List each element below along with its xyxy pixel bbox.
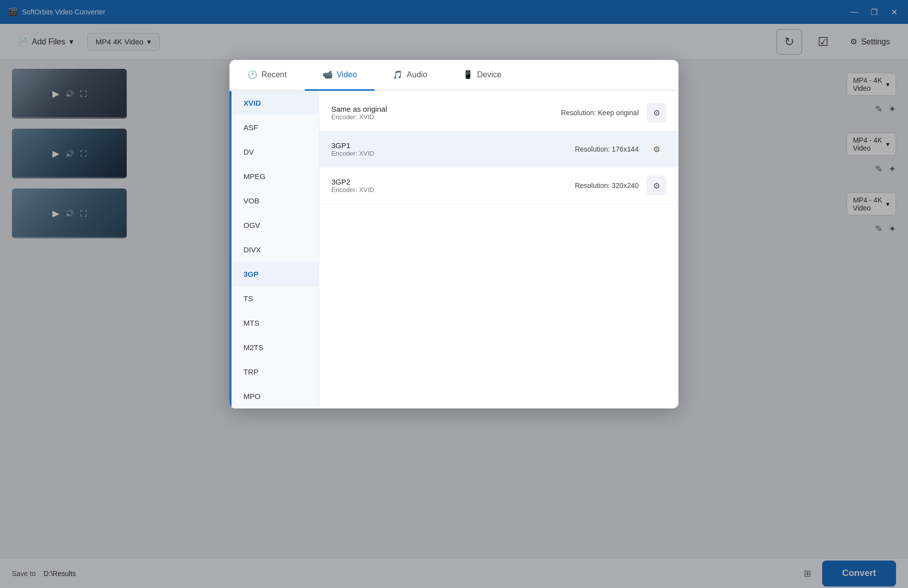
- preset-settings-button[interactable]: ⚙: [647, 103, 667, 123]
- sidebar-item-3gp[interactable]: 3GP: [229, 262, 319, 286]
- format-modal: 🕐 Recent 📹 Video 🎵 Audio 📱 Device XVID: [229, 60, 679, 408]
- sidebar-item-ts[interactable]: TS: [229, 286, 319, 311]
- preset-encoder: Encoder: XVID: [331, 150, 575, 157]
- scroll-indicator: [229, 91, 231, 408]
- preset-resolution: Resolution: 176x144: [575, 145, 639, 153]
- modal-overlay[interactable]: 🕐 Recent 📹 Video 🎵 Audio 📱 Device XVID: [0, 0, 908, 588]
- tab-audio[interactable]: 🎵 Audio: [375, 60, 445, 91]
- preset-settings-button[interactable]: ⚙: [647, 176, 667, 196]
- preset-info: 3GP2 Encoder: XVID: [331, 178, 575, 194]
- sidebar-item-mpo[interactable]: MPO: [229, 384, 319, 408]
- sidebar-item-trp[interactable]: TRP: [229, 360, 319, 384]
- recent-icon: 🕐: [247, 70, 257, 79]
- preset-info: Same as original Encoder: XVID: [331, 105, 561, 121]
- preset-name: 3GP2: [331, 178, 575, 186]
- preset-3gp1[interactable]: 3GP1 Encoder: XVID Resolution: 176x144 ⚙: [319, 131, 679, 168]
- sidebar-item-ogv[interactable]: OGV: [229, 213, 319, 237]
- preset-name: Same as original: [331, 105, 561, 113]
- sidebar-item-asf[interactable]: ASF: [229, 115, 319, 140]
- tab-audio-label: Audio: [407, 70, 427, 79]
- sidebar-item-xvid[interactable]: XVID: [229, 91, 319, 115]
- sidebar-item-mts[interactable]: MTS: [229, 311, 319, 335]
- preset-resolution: Resolution: Keep original: [561, 109, 639, 117]
- preset-info: 3GP1 Encoder: XVID: [331, 141, 575, 157]
- preset-encoder: Encoder: XVID: [331, 186, 575, 194]
- preset-3gp2[interactable]: 3GP2 Encoder: XVID Resolution: 320x240 ⚙: [319, 168, 679, 204]
- tab-device-label: Device: [477, 70, 501, 79]
- sidebar-item-m2ts[interactable]: M2TS: [229, 335, 319, 360]
- device-icon: 📱: [463, 70, 473, 79]
- modal-tabs: 🕐 Recent 📹 Video 🎵 Audio 📱 Device: [229, 60, 679, 91]
- preset-resolution: Resolution: 320x240: [575, 182, 639, 190]
- format-presets: Same as original Encoder: XVID Resolutio…: [319, 91, 679, 408]
- sidebar-item-vob[interactable]: VOB: [229, 189, 319, 213]
- format-sidebar: XVID ASF DV MPEG VOB OGV DIVX 3GP TS MTS…: [229, 91, 319, 408]
- tab-video-label: Video: [337, 70, 357, 79]
- tab-recent-label: Recent: [261, 70, 287, 79]
- preset-settings-button[interactable]: ⚙: [647, 139, 667, 159]
- tab-recent[interactable]: 🕐 Recent: [229, 60, 305, 91]
- tab-device[interactable]: 📱 Device: [445, 60, 519, 91]
- video-icon: 📹: [323, 70, 333, 79]
- preset-name: 3GP1: [331, 141, 575, 150]
- sidebar-item-dv[interactable]: DV: [229, 140, 319, 164]
- modal-body: XVID ASF DV MPEG VOB OGV DIVX 3GP TS MTS…: [229, 91, 679, 408]
- sidebar-item-mpeg[interactable]: MPEG: [229, 164, 319, 189]
- preset-encoder: Encoder: XVID: [331, 113, 561, 121]
- tab-video[interactable]: 📹 Video: [305, 60, 375, 91]
- preset-same-as-original[interactable]: Same as original Encoder: XVID Resolutio…: [319, 95, 679, 131]
- sidebar-item-divx[interactable]: DIVX: [229, 237, 319, 262]
- audio-icon: 🎵: [393, 70, 403, 79]
